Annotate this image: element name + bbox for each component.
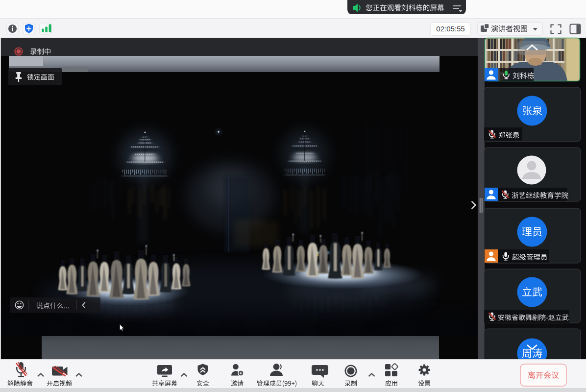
svg-text:02:05:55: 02:05:55 [436, 24, 464, 33]
